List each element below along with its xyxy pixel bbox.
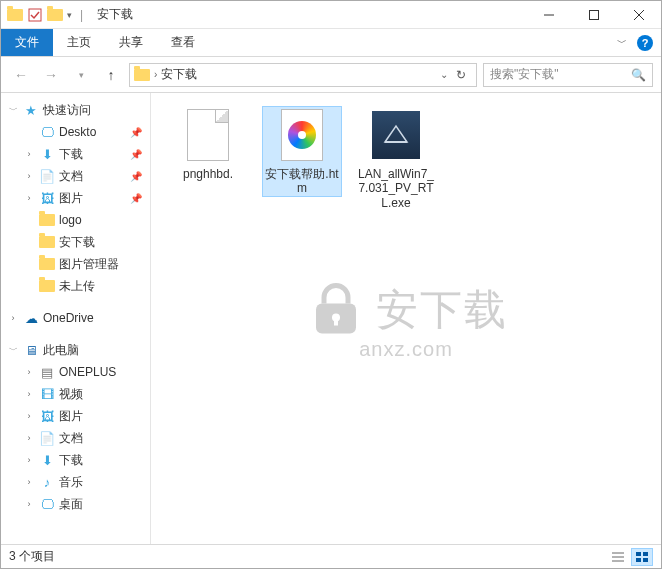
breadcrumb[interactable]: › 安下载 ⌄ ↻ [129, 63, 477, 87]
nav-item-documents-pc[interactable]: ›📄文档 [1, 427, 150, 449]
svg-rect-13 [636, 558, 641, 562]
nav-label: 图片 [59, 190, 83, 207]
chevron-right-icon[interactable]: › [23, 389, 35, 399]
file-icon-htm [274, 107, 330, 163]
chevron-right-icon[interactable]: › [23, 149, 35, 159]
search-placeholder: 搜索"安下载" [490, 66, 559, 83]
breadcrumb-dropdown-icon[interactable]: ⌄ [440, 69, 448, 80]
nav-back-button[interactable]: ← [9, 63, 33, 87]
nav-item-videos[interactable]: ›🎞视频 [1, 383, 150, 405]
file-label: LAN_allWin7_7.031_PV_RTL.exe [357, 167, 435, 210]
navigation-pane[interactable]: ﹀ ★ 快速访问 ·🖵Deskto📌 ›⬇下载📌 ›📄文档📌 ›🖼图片📌 ·lo… [1, 93, 151, 544]
qat-properties-icon[interactable] [27, 7, 43, 23]
nav-label: 下载 [59, 452, 83, 469]
chevron-right-icon[interactable]: › [23, 367, 35, 377]
nav-item-picmgr[interactable]: ·图片管理器 [1, 253, 150, 275]
chevron-down-icon[interactable]: ﹀ [7, 104, 19, 117]
file-label: 安下载帮助.htm [263, 167, 341, 196]
close-button[interactable] [616, 1, 661, 29]
ribbon-tab-file[interactable]: 文件 [1, 29, 53, 56]
chevron-right-icon[interactable]: › [23, 499, 35, 509]
nav-onedrive[interactable]: ›☁OneDrive [1, 307, 150, 329]
nav-label: 音乐 [59, 474, 83, 491]
folder-icon [39, 278, 55, 294]
ribbon: 文件 主页 共享 查看 ﹀ ? [1, 29, 661, 57]
ribbon-tab-home[interactable]: 主页 [53, 29, 105, 56]
device-icon: ▤ [39, 364, 55, 380]
documents-icon: 📄 [39, 168, 55, 184]
search-input[interactable]: 搜索"安下载" 🔍 [483, 63, 653, 87]
nav-up-button[interactable]: ↑ [99, 63, 123, 87]
titlebar: ▾ | 安下载 [1, 1, 661, 29]
ribbon-tab-share[interactable]: 共享 [105, 29, 157, 56]
nav-label: logo [59, 213, 82, 227]
nav-item-downloads[interactable]: ›⬇下载📌 [1, 143, 150, 165]
file-item[interactable]: pnghhbd. [169, 107, 247, 181]
help-icon[interactable]: ? [637, 35, 653, 51]
chevron-right-icon[interactable]: › [23, 455, 35, 465]
watermark-text-cn: 安下载 [376, 281, 508, 337]
maximize-button[interactable] [571, 1, 616, 29]
ribbon-tab-view[interactable]: 查看 [157, 29, 209, 56]
documents-icon: 📄 [39, 430, 55, 446]
ribbon-expand-icon[interactable]: ﹀ [617, 36, 627, 50]
chevron-right-icon[interactable]: › [7, 313, 19, 323]
nav-item-pictures-pc[interactable]: ›🖼图片 [1, 405, 150, 427]
content-area[interactable]: pnghhbd. 安下载帮助.htm LAN_allWin7_7.031_PV_… [151, 93, 661, 544]
music-icon: ♪ [39, 474, 55, 490]
nav-recent-dropdown[interactable]: ▾ [69, 63, 93, 87]
file-item[interactable]: LAN_allWin7_7.031_PV_RTL.exe [357, 107, 435, 210]
nav-item-logo[interactable]: ·logo [1, 209, 150, 231]
nav-label: Deskto [59, 125, 96, 139]
pin-icon: 📌 [130, 127, 142, 138]
status-item-count: 3 个项目 [9, 548, 55, 565]
nav-item-oneplus[interactable]: ›▤ONEPLUS [1, 361, 150, 383]
pictures-icon: 🖼 [39, 408, 55, 424]
view-details-button[interactable] [607, 548, 629, 566]
breadcrumb-folder-icon [134, 67, 150, 83]
chevron-right-icon[interactable]: › [154, 69, 157, 80]
nav-item-desktop-pc[interactable]: ›🖵桌面 [1, 493, 150, 515]
nav-quick-access[interactable]: ﹀ ★ 快速访问 [1, 99, 150, 121]
nav-item-documents[interactable]: ›📄文档📌 [1, 165, 150, 187]
refresh-icon[interactable]: ↻ [456, 68, 466, 82]
qat-folder-icon[interactable] [47, 7, 63, 23]
file-icon-exe [368, 107, 424, 163]
pin-icon: 📌 [130, 171, 142, 182]
chevron-right-icon[interactable]: › [23, 193, 35, 203]
watermark-text-en: anxz.com [359, 337, 453, 360]
watermark: 安下载 anxz.com [304, 277, 508, 360]
nav-item-music[interactable]: ›♪音乐 [1, 471, 150, 493]
chevron-down-icon[interactable]: ﹀ [7, 344, 19, 357]
search-icon[interactable]: 🔍 [631, 68, 646, 82]
svg-rect-2 [589, 10, 598, 19]
nav-item-unpub[interactable]: ·未上传 [1, 275, 150, 297]
file-item[interactable]: 安下载帮助.htm [263, 107, 341, 196]
chevron-right-icon[interactable]: › [23, 171, 35, 181]
nav-forward-button[interactable]: → [39, 63, 63, 87]
nav-label: ONEPLUS [59, 365, 116, 379]
nav-label: 桌面 [59, 496, 83, 513]
chevron-right-icon[interactable]: › [23, 477, 35, 487]
qat-dropdown-icon[interactable]: ▾ [67, 10, 72, 20]
nav-item-pictures[interactable]: ›🖼图片📌 [1, 187, 150, 209]
nav-this-pc[interactable]: ﹀🖥此电脑 [1, 339, 150, 361]
statusbar: 3 个项目 [1, 544, 661, 568]
nav-item-downloads-pc[interactable]: ›⬇下载 [1, 449, 150, 471]
desktop-icon: 🖵 [39, 124, 55, 140]
chevron-right-icon[interactable]: › [23, 411, 35, 421]
svg-point-6 [332, 313, 340, 321]
breadcrumb-location[interactable]: 安下载 [161, 66, 197, 83]
nav-item-desktop[interactable]: ·🖵Deskto📌 [1, 121, 150, 143]
chevron-right-icon[interactable]: › [23, 433, 35, 443]
onedrive-icon: ☁ [23, 310, 39, 326]
downloads-icon: ⬇ [39, 146, 55, 162]
nav-label: 安下载 [59, 234, 95, 251]
svg-rect-11 [636, 552, 641, 556]
svg-rect-12 [643, 552, 648, 556]
svg-rect-5 [316, 303, 356, 333]
nav-item-anxz[interactable]: ·安下载 [1, 231, 150, 253]
view-icons-button[interactable] [631, 548, 653, 566]
minimize-button[interactable] [526, 1, 571, 29]
addressbar: ← → ▾ ↑ › 安下载 ⌄ ↻ 搜索"安下载" 🔍 [1, 57, 661, 93]
